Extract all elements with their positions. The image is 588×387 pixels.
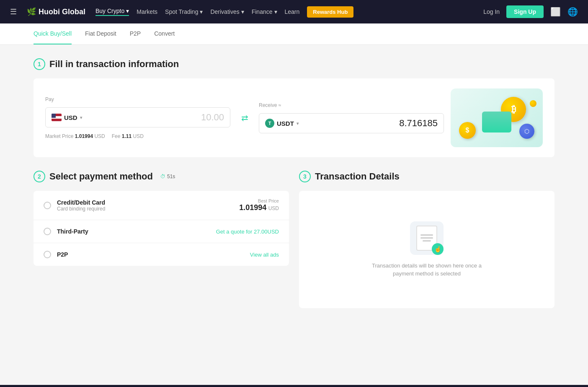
payment-card: Credit/Debit Card Card binding required … <box>34 191 289 266</box>
timer-badge: ⏱ 51s <box>157 173 178 180</box>
third-party-quote: Get a quote for 27.00USD <box>216 228 279 235</box>
payment-section: 2 Select payment method ⏱ 51s Credit/Deb… <box>34 171 289 308</box>
hero-illustration: ₿ $ ⬡ <box>451 88 543 147</box>
section2-number: 2 <box>34 171 45 182</box>
chevron-down-icon: ▾ <box>241 8 244 15</box>
eth-coin-icon: ⬡ <box>519 124 534 139</box>
tabs-bar: Quick Buy/Sell Fiat Deposit P2P Convert <box>0 23 588 45</box>
market-price-value: 1.01994 <box>75 133 93 139</box>
radio-third-party[interactable] <box>44 228 51 235</box>
chevron-down-icon: ▾ <box>126 8 129 14</box>
signup-button[interactable]: Sign Up <box>506 5 544 18</box>
navbar-right: Log In Sign Up ⬜ 🌐 <box>483 5 578 18</box>
pay-currency-input[interactable]: USD ▾ 10.00 <box>45 107 230 127</box>
receive-currency-input[interactable]: T USDT ▾ 8.716185 <box>259 113 444 133</box>
logo-text: Huobi Global <box>39 8 85 16</box>
payment-row-third-party[interactable]: Third-Party Get a quote for 27.00USD <box>34 220 289 243</box>
main-content: 1 Fill in transaction information Pay US… <box>0 45 588 385</box>
chevron-down-icon: ▾ <box>274 8 277 15</box>
navbar: ☰ 🌿 Huobi Global Buy Crypto ▾ Markets Sp… <box>0 0 588 23</box>
usdt-label: USDT <box>277 120 294 127</box>
rewards-hub-button[interactable]: Rewards Hub <box>307 6 353 18</box>
pay-block: Pay USD ▾ 10.00 Market Price 1.01994 USD… <box>45 96 230 139</box>
doc-line-1 <box>420 234 433 236</box>
usdt-icon: T <box>265 119 274 128</box>
pay-amount[interactable]: 10.00 <box>201 112 224 123</box>
usd-label: USD <box>64 114 77 121</box>
chevron-down-icon: ▾ <box>200 8 203 15</box>
doc-line-2 <box>420 237 433 239</box>
view-ads-link[interactable]: View all ads <box>250 252 279 258</box>
globe-icon[interactable]: 🌐 <box>567 7 578 17</box>
details-card: ☝ Transaction details will be shown here… <box>299 191 554 308</box>
machine-body <box>482 112 511 132</box>
third-party-name: Third-Party <box>57 228 88 235</box>
section2-title: Select payment method <box>49 171 153 182</box>
credit-card-sub: Card binding required <box>57 206 105 212</box>
nav-links: Buy Crypto ▾ Markets Spot Trading ▾ Deri… <box>95 6 473 18</box>
clock-icon: ⏱ <box>160 174 165 179</box>
chevron-down-icon: ▾ <box>297 121 299 126</box>
tab-p2p[interactable]: P2P <box>130 23 141 44</box>
section1-number: 1 <box>34 58 45 70</box>
p2p-name: P2P <box>57 251 68 258</box>
receive-block: Receive ≈ T USDT ▾ 8.716185 <box>259 102 444 133</box>
nav-derivatives[interactable]: Derivatives ▾ <box>210 8 244 15</box>
radio-p2p[interactable] <box>44 251 51 258</box>
radio-credit-card[interactable] <box>44 202 51 209</box>
wallet-icon[interactable]: ⬜ <box>550 7 561 17</box>
payment-info-third-party: Third-Party <box>57 228 88 235</box>
credit-card-name: Credit/Debit Card <box>57 199 105 206</box>
hamburger-icon[interactable]: ☰ <box>10 7 17 16</box>
details-illustration: ☝ <box>410 221 444 255</box>
p2p-view-ads: View all ads <box>250 251 279 258</box>
receive-amount: 8.716185 <box>399 118 438 129</box>
usdt-currency-selector[interactable]: T USDT ▾ <box>265 119 299 128</box>
payment-row-p2p[interactable]: P2P View all ads <box>34 243 289 266</box>
nav-finance[interactable]: Finance ▾ <box>252 8 277 15</box>
section3-title: Transaction Details <box>315 171 400 182</box>
login-button[interactable]: Log In <box>483 8 500 15</box>
payment-info-credit: Credit/Debit Card Card binding required <box>57 199 105 212</box>
nav-buy-crypto[interactable]: Buy Crypto ▾ <box>95 8 129 16</box>
section1-header: 1 Fill in transaction information <box>34 58 554 70</box>
payment-info-p2p: P2P <box>57 251 68 258</box>
quote-link[interactable]: Get a quote for 27.00USD <box>216 229 279 235</box>
timer-value: 51s <box>167 174 175 179</box>
transaction-card: Pay USD ▾ 10.00 Market Price 1.01994 USD… <box>34 78 554 157</box>
details-empty-text: Transaction details will be shown here o… <box>364 262 490 278</box>
market-price-row: Market Price 1.01994 USD Fee 1.11 USD <box>45 133 230 139</box>
tab-quick-buy-sell[interactable]: Quick Buy/Sell <box>34 23 72 44</box>
section1-title: Fill in transaction information <box>49 59 179 70</box>
footer-bar: 📶 🐱 <box>0 385 588 387</box>
lower-sections: 2 Select payment method ⏱ 51s Credit/Deb… <box>34 171 554 308</box>
fee-info: Fee 1.11 USD <box>112 133 144 139</box>
usd-currency-selector[interactable]: USD ▾ <box>52 114 82 121</box>
chevron-down-icon: ▾ <box>80 115 82 120</box>
usd-coin-icon: $ <box>459 122 476 139</box>
pay-label: Pay <box>45 96 230 102</box>
swap-icon[interactable]: ⇄ <box>237 110 252 125</box>
nav-learn[interactable]: Learn <box>285 8 300 15</box>
market-price-label: Market Price 1.01994 USD <box>45 133 105 139</box>
logo[interactable]: 🌿 Huobi Global <box>27 7 85 16</box>
nav-spot-trading[interactable]: Spot Trading ▾ <box>165 8 203 15</box>
fee-value: 1.11 <box>122 133 132 139</box>
usd-flag-icon <box>52 114 62 121</box>
receive-label: Receive ≈ <box>259 102 444 108</box>
payment-row-credit-card[interactable]: Credit/Debit Card Card binding required … <box>34 191 289 220</box>
hand-pointer-icon: ☝ <box>432 243 444 255</box>
section2-header: 2 Select payment method ⏱ 51s <box>34 171 289 182</box>
tab-fiat-deposit[interactable]: Fiat Deposit <box>85 23 116 44</box>
small-coin-icon <box>530 100 536 107</box>
section3-header: 3 Transaction Details <box>299 171 554 182</box>
best-price-value: 1.01994 <box>239 203 266 212</box>
tab-convert[interactable]: Convert <box>154 23 175 44</box>
doc-line-3 <box>423 240 431 242</box>
best-price-currency: USD <box>268 205 279 211</box>
nav-markets[interactable]: Markets <box>137 8 157 15</box>
section3-number: 3 <box>299 171 311 182</box>
details-section: 3 Transaction Details ☝ Transaction deta… <box>299 171 554 308</box>
best-price-label: Best Price <box>239 198 279 203</box>
logo-icon: 🌿 <box>27 7 36 16</box>
